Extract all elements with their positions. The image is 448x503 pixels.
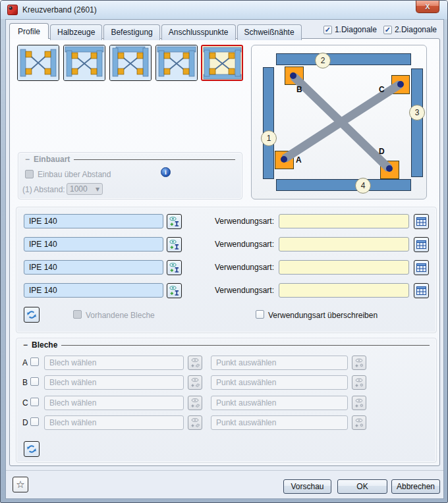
checkbox-blech-b[interactable] [30, 377, 39, 386]
checkbox-icon[interactable]: ✓ [383, 26, 392, 34]
verwendungsart-table-button-1[interactable] [414, 214, 429, 229]
footer-separator [6, 470, 443, 471]
checkbox-label: 1.Diagonale [335, 25, 377, 34]
title-bar[interactable]: Kreuzverband (2601) X [1, 1, 447, 19]
tab-label: Halbzeuge [57, 28, 95, 37]
select-plate-icon [190, 398, 200, 408]
select-profile-button-4[interactable] [167, 283, 182, 298]
verwendungsart-label-3: Verwendungsart: [208, 263, 274, 272]
marker-number: 1 [267, 134, 271, 143]
profile-input-4[interactable] [24, 283, 163, 298]
variant-thumbnail-1[interactable] [17, 45, 59, 81]
verwendungsart-table-button-3[interactable] [414, 260, 429, 275]
table-icon [416, 240, 426, 249]
corner-label-d: D [379, 147, 385, 156]
favorites-button[interactable]: ☆ [13, 477, 28, 492]
tab-label: Befestigung [111, 28, 152, 37]
node-b [290, 72, 296, 79]
tab-befestigung[interactable]: Befestigung [103, 24, 159, 40]
member-marker-1: 1 [261, 130, 277, 146]
punkt-input-d[interactable] [211, 415, 348, 430]
tab-profile[interactable]: Profile [9, 23, 49, 39]
select-blech-button-b [188, 375, 202, 390]
collapse-icon[interactable]: − [23, 340, 28, 350]
table-icon [416, 263, 426, 272]
beam-bottom [276, 179, 411, 191]
checkbox-blech-a[interactable] [30, 357, 39, 366]
punkt-input-a[interactable] [211, 356, 348, 370]
verwendungsart-input-4[interactable] [279, 283, 409, 298]
profile-input-2[interactable] [24, 237, 163, 252]
connection-preview: A B C D 1 2 3 4 [251, 45, 427, 199]
variant-top-beam-icon [64, 45, 105, 80]
star-icon: ☆ [16, 479, 24, 490]
variant-inset-beam-icon [110, 45, 151, 80]
variant-thumbnail-5-selected[interactable] [201, 45, 243, 81]
verwendungsart-input-1[interactable] [279, 214, 409, 228]
select-profile-button-2[interactable] [167, 237, 182, 252]
beam-top [276, 53, 411, 65]
select-punkt-button-c [352, 396, 366, 410]
variant-top-beam-2-icon [156, 45, 197, 80]
select-profile-button-1[interactable] [167, 214, 182, 229]
blech-input-c[interactable] [44, 396, 184, 410]
blech-input-b[interactable] [44, 375, 184, 390]
blech-input-a[interactable] [44, 356, 184, 370]
refresh-bleche-button[interactable] [24, 441, 40, 457]
select-plate-icon [190, 357, 200, 368]
table-icon [416, 286, 426, 295]
profile-input-1[interactable] [24, 214, 163, 228]
post-left [263, 67, 274, 179]
select-punkt-button-d [352, 415, 366, 430]
checkbox-blech-c[interactable] [30, 398, 39, 406]
node-a [281, 156, 287, 163]
verwendungsart-table-button-4[interactable] [414, 283, 429, 298]
select-blech-button-a [188, 356, 202, 370]
blech-input-d[interactable] [44, 415, 184, 430]
verwendungsart-ueberschreiben-label: Verwendungsart überschreiben [268, 311, 378, 320]
tab-schweissnaehte[interactable]: Schweißnähte [237, 24, 302, 40]
abbrechen-button[interactable]: Abbrechen [391, 479, 440, 494]
verwendungsart-label-4: Verwendungsart: [208, 286, 274, 295]
variant-thumbnail-4[interactable] [155, 45, 198, 81]
punkt-input-b[interactable] [211, 375, 348, 390]
collapse-icon: − [25, 155, 30, 164]
variant-thumbnail-3[interactable] [109, 45, 152, 81]
button-label: OK [356, 482, 368, 491]
group-title-line [61, 345, 430, 346]
corner-label-a: A [296, 155, 302, 165]
profile-input-3[interactable] [24, 260, 163, 275]
select-plate-icon [190, 417, 200, 428]
tab-anschlusspunkte[interactable]: Anschlusspunkte [161, 24, 236, 40]
info-icon[interactable]: i [161, 167, 171, 177]
ok-button[interactable]: OK [337, 479, 387, 494]
node-c [397, 81, 404, 88]
punkt-input-c[interactable] [211, 396, 348, 410]
select-plate-icon [190, 377, 200, 388]
abstand-label: (1) Abstand: [22, 185, 65, 194]
close-button[interactable]: X [416, 1, 439, 13]
checkbox-einbau-ueber-abstand [25, 170, 34, 178]
checkbox-verwendungsart-ueberschreiben[interactable] [256, 310, 264, 319]
select-point-icon [354, 377, 364, 388]
checkbox-icon[interactable]: ✓ [323, 26, 332, 34]
verwendungsart-input-3[interactable] [279, 260, 409, 275]
marker-number: 2 [321, 56, 325, 65]
checkbox-diagonale-1[interactable]: ✓ 1.Diagonale [323, 25, 377, 34]
vorschau-button[interactable]: Vorschau [283, 479, 331, 494]
select-blech-button-d [188, 415, 202, 430]
member-marker-4: 4 [355, 178, 371, 194]
checkbox-diagonale-2[interactable]: ✓ 2.Diagonale [383, 25, 437, 34]
checkbox-blech-d[interactable] [30, 417, 39, 426]
dialog-window: Kreuzverband (2601) X Profile Halbzeuge … [0, 0, 448, 503]
marker-number: 3 [415, 108, 420, 117]
refresh-profiles-button[interactable] [24, 307, 40, 323]
verwendungsart-input-2[interactable] [279, 237, 409, 252]
verwendungsart-table-button-2[interactable] [414, 237, 429, 252]
member-marker-2: 2 [315, 53, 331, 68]
select-profile-button-3[interactable] [167, 260, 182, 275]
einbauart-group-title: − Einbauart [25, 155, 235, 164]
tab-halbzeuge[interactable]: Halbzeuge [50, 24, 102, 40]
variant-thumbnail-2[interactable] [63, 45, 105, 81]
group-title-line [74, 159, 235, 160]
